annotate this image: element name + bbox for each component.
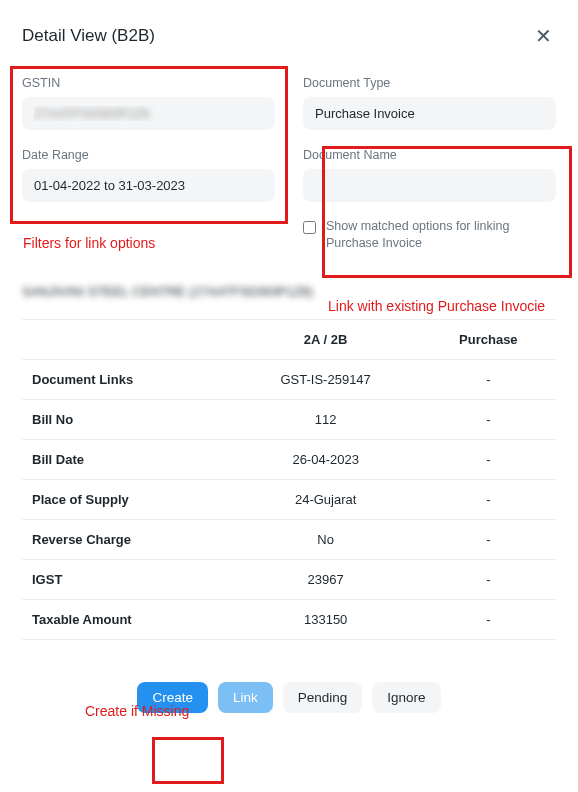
comparison-table: 2A / 2B Purchase Document Links GST-IS-2… <box>22 319 556 640</box>
table-row: Reverse Charge No - <box>22 519 556 559</box>
table-row: IGST 23967 - <box>22 559 556 599</box>
annotation-box-create <box>152 737 224 784</box>
header-2a2b: 2A / 2B <box>231 319 421 359</box>
daterange-label: Date Range <box>22 148 275 162</box>
row-label: Reverse Charge <box>22 519 231 559</box>
row-purchase: - <box>421 599 556 639</box>
modal-header: Detail View (B2B) ✕ <box>22 20 556 52</box>
row-label: Document Links <box>22 359 231 399</box>
row-label: Bill No <box>22 399 231 439</box>
row-purchase: - <box>421 439 556 479</box>
daterange-input[interactable] <box>22 169 275 202</box>
row-2a2b: 23967 <box>231 559 421 599</box>
row-2a2b: GST-IS-259147 <box>231 359 421 399</box>
footer-actions: Create Link Pending Ignore <box>22 682 556 713</box>
row-label: Place of Supply <box>22 479 231 519</box>
create-button[interactable]: Create <box>137 682 208 713</box>
gstin-label: GSTIN <box>22 76 275 90</box>
show-matched-label: Show matched options for linking Purchas… <box>326 218 556 252</box>
row-purchase: - <box>421 359 556 399</box>
table-row: Bill Date 26-04-2023 - <box>22 439 556 479</box>
ignore-button[interactable]: Ignore <box>372 682 440 713</box>
row-purchase: - <box>421 559 556 599</box>
row-purchase: - <box>421 519 556 559</box>
table-row: Document Links GST-IS-259147 - <box>22 359 556 399</box>
table-row: Bill No 112 - <box>22 399 556 439</box>
row-2a2b: 133150 <box>231 599 421 639</box>
table-row: Place of Supply 24-Gujarat - <box>22 479 556 519</box>
header-purchase: Purchase <box>421 319 556 359</box>
doctype-input[interactable] <box>303 97 556 130</box>
close-button[interactable]: ✕ <box>531 20 556 52</box>
header-empty <box>22 319 231 359</box>
supplier-heading: SANJIVINI STEEL CENTRE (27AATFS0393P1Z8) <box>22 284 556 317</box>
row-2a2b: No <box>231 519 421 559</box>
row-2a2b: 24-Gujarat <box>231 479 421 519</box>
modal-title: Detail View (B2B) <box>22 26 155 46</box>
row-2a2b: 112 <box>231 399 421 439</box>
gstin-field: GSTIN <box>22 76 275 130</box>
row-label: Bill Date <box>22 439 231 479</box>
table-header-row: 2A / 2B Purchase <box>22 319 556 359</box>
row-purchase: - <box>421 399 556 439</box>
row-2a2b: 26-04-2023 <box>231 439 421 479</box>
show-matched-row: Show matched options for linking Purchas… <box>303 218 556 252</box>
filters-section: GSTIN Document Type Date Range Document … <box>22 76 556 252</box>
daterange-field: Date Range <box>22 148 275 252</box>
row-label: IGST <box>22 559 231 599</box>
row-purchase: - <box>421 479 556 519</box>
docname-label: Document Name <box>303 148 556 162</box>
doctype-field: Document Type <box>303 76 556 130</box>
pending-button[interactable]: Pending <box>283 682 363 713</box>
row-label: Taxable Amount <box>22 599 231 639</box>
table-row: Taxable Amount 133150 - <box>22 599 556 639</box>
doctype-label: Document Type <box>303 76 556 90</box>
link-button[interactable]: Link <box>218 682 273 713</box>
gstin-input[interactable] <box>22 97 275 130</box>
detail-view-modal: Detail View (B2B) ✕ GSTIN Document Type … <box>0 0 578 792</box>
docname-field: Document Name Show matched options for l… <box>303 148 556 252</box>
close-icon: ✕ <box>535 25 552 47</box>
docname-input[interactable] <box>303 169 556 202</box>
show-matched-checkbox[interactable] <box>303 220 316 235</box>
